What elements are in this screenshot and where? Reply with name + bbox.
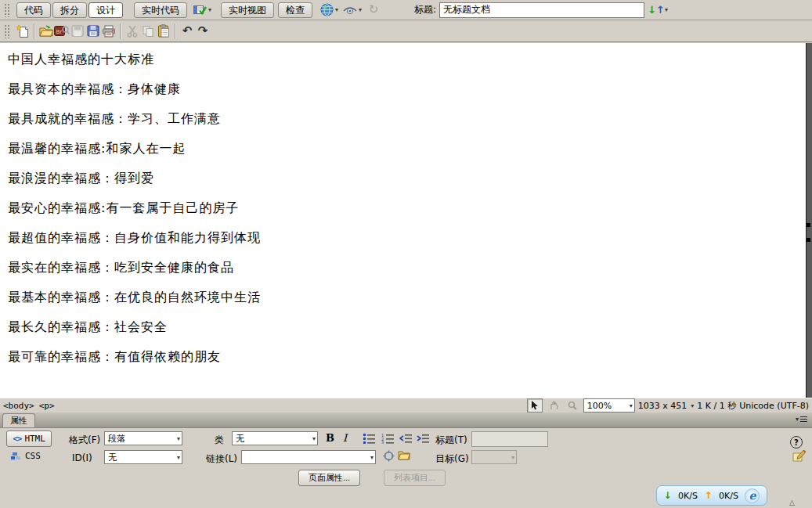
- outdent-icon[interactable]: [399, 433, 413, 444]
- network-speed-widget[interactable]: ↓ 0K/S ↑ 0K/S e: [656, 485, 767, 506]
- property-inspector: 属性 ▾ <> HTML CSS 格式(F) 段落▾ 类 无▾ B I: [0, 413, 812, 508]
- file-management-dropdown-arrow[interactable]: ▾: [665, 6, 668, 13]
- inspect-button[interactable]: 检查: [278, 2, 312, 18]
- save-all-icon[interactable]: [85, 23, 101, 39]
- resize-handle[interactable]: [807, 223, 810, 227]
- paragraph[interactable]: 最长久的幸福感：社会安全: [8, 320, 806, 333]
- doc-title-label: 标题(T): [435, 434, 467, 447]
- open-file-folder-icon[interactable]: [38, 23, 54, 39]
- panel-tab-bar: 属性 ▾: [0, 413, 812, 428]
- document-title-label: 标题:: [414, 3, 436, 16]
- html-mode-button[interactable]: <> HTML: [6, 431, 52, 447]
- id-label: ID(I): [72, 452, 92, 463]
- svg-text:Br: Br: [56, 29, 63, 35]
- redo-icon[interactable]: ↷: [195, 23, 211, 39]
- select-tool-icon[interactable]: [527, 398, 543, 413]
- format-label: 格式(F): [69, 434, 100, 447]
- window-size-value[interactable]: 1033 x 451: [638, 401, 687, 411]
- help-icon[interactable]: ?: [790, 436, 803, 449]
- cut-scissors-icon: [125, 23, 140, 39]
- dreamweaver-window: { "doc_toolbar": { "code_tab": "代码", "sp…: [0, 0, 812, 508]
- zoom-tool-icon[interactable]: [565, 398, 580, 413]
- paragraph[interactable]: 最具成就的幸福感：学习、工作满意: [8, 112, 806, 125]
- live-view-button[interactable]: 实时视图: [221, 2, 274, 18]
- paragraph[interactable]: 最安心的幸福感:有一套属于自己的房子: [8, 201, 806, 214]
- design-view-button[interactable]: 设计: [88, 2, 123, 18]
- refresh-icon: ↻: [366, 2, 381, 18]
- paste-clipboard-icon[interactable]: [156, 23, 171, 39]
- document-toolbar: 代码 拆分 设计 实时代码 ▾ 实时视图 检查 ▾ ▾ ↻ 标题: ↓↑ ▾: [0, 0, 812, 20]
- tag-selector-body[interactable]: <body>: [3, 401, 34, 411]
- paragraph[interactable]: 最超值的幸福感：自身价值和能力得到体现: [8, 231, 806, 244]
- save-file-icon: [70, 23, 85, 39]
- check-browser-compatibility-icon[interactable]: [192, 2, 208, 18]
- visual-aids-eye-icon[interactable]: [342, 2, 358, 18]
- panel-menu-icon[interactable]: ▾: [796, 416, 807, 423]
- status-bar: <body> <p> 100%▾ 1033 x 451 ▾ 1 K / 1 秒 …: [0, 398, 812, 413]
- hand-tool-icon[interactable]: [546, 398, 561, 413]
- class-label: 类: [215, 434, 224, 447]
- split-view-button[interactable]: 拆分: [52, 2, 87, 18]
- list-item-button: 列表项目...: [384, 470, 446, 486]
- new-file-icon[interactable]: [15, 23, 31, 39]
- toolbar-grip[interactable]: [4, 3, 9, 17]
- magnification-combo[interactable]: 100%▾: [583, 398, 635, 413]
- code-view-button[interactable]: 代码: [16, 2, 51, 18]
- standard-toolbar: Br: [0, 20, 812, 42]
- window-size-dropdown-arrow[interactable]: ▾: [691, 402, 694, 409]
- toolbar-grip[interactable]: [4, 24, 9, 38]
- browse-folder-icon[interactable]: [398, 450, 411, 461]
- panel-resize-triangle[interactable]: △: [789, 499, 795, 506]
- format-dropdown[interactable]: 段落▾: [104, 431, 182, 445]
- resize-handle[interactable]: [807, 238, 810, 242]
- live-code-button[interactable]: 实时代码: [134, 2, 187, 18]
- point-to-file-icon[interactable]: [383, 450, 396, 461]
- paragraph[interactable]: 最实在的幸福感：吃到安全健康的食品: [8, 261, 806, 274]
- file-management-transfer-icon[interactable]: ↓↑: [648, 2, 664, 18]
- target-label: 目标(G): [435, 452, 469, 466]
- paragraph[interactable]: 中国人幸福感的十大标准: [8, 52, 806, 66]
- print-code-icon[interactable]: [101, 23, 117, 39]
- document-content: 中国人幸福感的十大标准最具资本的幸福感：身体健康最具成就的幸福感：学习、工作满意…: [0, 43, 806, 363]
- page-properties-button[interactable]: 页面属性...: [298, 470, 360, 486]
- paragraph[interactable]: 最浪漫的幸福感：得到爱: [8, 171, 806, 185]
- quick-tag-editor-icon[interactable]: [792, 449, 806, 463]
- indent-icon[interactable]: [417, 433, 430, 444]
- preview-dropdown-arrow[interactable]: ▾: [335, 6, 338, 13]
- design-view[interactable]: 中国人幸福感的十大标准最具资本的幸福感：身体健康最具成就的幸福感：学习、工作满意…: [0, 43, 807, 398]
- link-combo-input[interactable]: ▾: [241, 450, 376, 464]
- document-title-input[interactable]: [439, 2, 644, 18]
- paragraph[interactable]: 最具资本的幸福感：身体健康: [8, 82, 806, 95]
- document-edge-strip: [807, 43, 812, 398]
- internet-explorer-icon[interactable]: e: [745, 488, 760, 503]
- target-dropdown: ▾: [471, 450, 517, 464]
- code-brackets-icon: <>: [13, 434, 21, 444]
- paragraph[interactable]: 最可靠的幸福感：有值得依赖的朋友: [8, 350, 806, 363]
- visual-aids-dropdown-arrow[interactable]: ▾: [359, 6, 362, 13]
- css-mode-button[interactable]: CSS: [11, 451, 41, 461]
- tag-selector-p[interactable]: <p>: [39, 401, 55, 411]
- unordered-list-icon[interactable]: [363, 433, 376, 444]
- check-browser-dropdown-arrow[interactable]: ▾: [208, 6, 211, 13]
- bold-button[interactable]: B: [326, 432, 334, 444]
- paragraph[interactable]: 最温馨的幸福感:和家人在一起: [8, 142, 806, 155]
- upload-arrow-icon: ↑: [704, 490, 712, 501]
- copy-icon: [140, 23, 156, 39]
- browse-in-bridge-icon[interactable]: Br: [54, 23, 70, 39]
- download-arrow-icon: ↓: [664, 490, 672, 501]
- title-attribute-input: [471, 431, 548, 447]
- id-dropdown[interactable]: 无▾: [104, 450, 182, 464]
- paragraph[interactable]: 最基本的幸福感：在优良的自然环境中生活: [8, 290, 806, 304]
- doc-size-time: 1 K / 1 秒: [697, 400, 736, 412]
- css-blocks-icon: [11, 452, 21, 460]
- upload-speed: 0K/S: [719, 491, 738, 501]
- undo-icon[interactable]: ↶: [179, 23, 195, 39]
- italic-button[interactable]: I: [343, 432, 347, 444]
- class-dropdown[interactable]: 无▾: [232, 431, 318, 445]
- properties-tab[interactable]: 属性: [2, 413, 35, 427]
- ordered-list-icon[interactable]: 1 2 3: [381, 433, 395, 444]
- download-speed: 0K/S: [678, 491, 698, 501]
- preview-in-browser-globe-icon[interactable]: [319, 2, 334, 18]
- link-label: 链接(L): [206, 452, 237, 466]
- encoding-value: Unicode (UTF-8): [739, 401, 809, 411]
